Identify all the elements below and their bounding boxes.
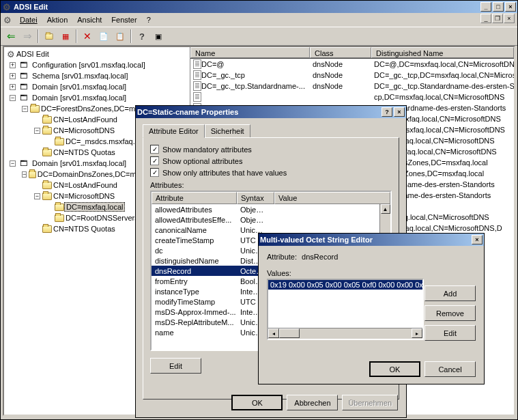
cell-attr: msDS-Approx-Immed-... [152, 308, 237, 316]
properties-button[interactable]: 📄 [96, 29, 111, 44]
help-button[interactable]: ? [382, 107, 392, 117]
attr-row[interactable]: allowedAttributesEffe...Obje… [152, 214, 390, 225]
cell-attr: distinguishedName [152, 257, 237, 265]
remove-button[interactable]: Remove [425, 305, 476, 321]
separator [76, 29, 77, 43]
values-listbox[interactable]: 0x19 0x00 0x05 0x00 0x05 0xf0 0x00 0x00 … [267, 279, 424, 340]
add-button[interactable]: Add [425, 285, 476, 301]
cell-attr: name [152, 328, 237, 337]
delete-button[interactable]: ✕ [80, 29, 95, 44]
maximize-button[interactable]: □ [493, 2, 504, 12]
cell-attr: instanceType [152, 288, 237, 296]
folder-icon [42, 225, 52, 233]
scroll-left-button[interactable]: ◂ [268, 328, 279, 338]
collapse-icon[interactable]: − [34, 193, 40, 199]
menu-ansicht[interactable]: Ansicht [73, 14, 106, 25]
props-titlebar[interactable]: DC=Static-cname Properties ? × [136, 106, 406, 118]
scroll-thumb[interactable] [279, 328, 300, 338]
show-hide-tree-button[interactable]: ▦ [58, 29, 73, 44]
list-row[interactable]: cp,DC=msxfaq.local,CN=MicrosoftDNS [190, 92, 514, 102]
folder-icon [55, 204, 64, 211]
folder-icon [30, 105, 40, 113]
collapse-icon[interactable]: − [34, 128, 40, 134]
menu-bar: ⚙ Datei Aktion Ansicht Fenster ? _ ❐ × [1, 13, 517, 27]
checkbox-icon[interactable] [150, 156, 159, 165]
edit-button[interactable]: Edit [425, 325, 476, 341]
close-button[interactable]: × [394, 107, 405, 117]
menu-fenster[interactable]: Fenster [107, 14, 141, 25]
checkbox-icon[interactable] [150, 168, 159, 177]
close-button[interactable]: × [472, 235, 483, 244]
main-titlebar[interactable]: ⚙ ADSI Edit _ □ × [1, 1, 517, 13]
octet-editor-dialog: Multi-valued Octet String Editor × Attri… [258, 233, 485, 384]
edit-attribute-button[interactable]: Edit [150, 358, 201, 374]
scroll-up-button[interactable]: ▲ [381, 204, 390, 214]
checkbox-icon[interactable] [150, 145, 159, 154]
attribute-name: dnsRecord [302, 253, 338, 261]
col-dn[interactable]: Distinguished Name [371, 47, 514, 58]
close-button[interactable]: × [505, 2, 516, 12]
tab-attribute-editor[interactable]: Attribute Editor [143, 124, 205, 138]
expand-icon[interactable]: + [10, 62, 16, 68]
col-syntax[interactable]: Syntax [237, 192, 274, 204]
cancel-button[interactable]: Abbrechen [287, 395, 338, 410]
col-value[interactable]: Value [274, 192, 390, 204]
check-mandatory[interactable]: Show mandatory attributes [150, 145, 392, 154]
menu-aktion[interactable]: Aktion [43, 14, 72, 25]
refresh-button[interactable]: 📋 [113, 29, 128, 44]
col-class[interactable]: Class [310, 47, 371, 58]
separator [130, 29, 132, 43]
cell-syntax: Obje… [237, 206, 274, 214]
tree-node-configuration[interactable]: +🗔Configuration [srv01.msxfaq.local] [5, 59, 188, 70]
tree-node-domain-1[interactable]: +🗔Domain [srv01.msxfaq.local] [5, 81, 188, 92]
mdi-restore-button[interactable]: ❐ [492, 14, 503, 23]
check-optional[interactable]: Show optional attributes [150, 156, 392, 165]
expand-icon[interactable]: + [10, 73, 16, 79]
tree-node-domain-2[interactable]: −🗔Domain [srv01.msxfaq.local] [5, 92, 188, 103]
help-button[interactable]: ? [134, 29, 149, 44]
collapse-icon[interactable]: − [10, 95, 16, 101]
cell-attr: allowedAttributesEffe... [152, 216, 237, 224]
apply-button[interactable]: Übernehmen [342, 395, 398, 410]
scroll-right-button[interactable]: ▸ [412, 328, 422, 338]
value-item-0[interactable]: 0x19 0x00 0x05 0x00 0x05 0xf0 0x00 0x00 … [268, 280, 422, 290]
cell-class: dnsNode [310, 82, 371, 90]
cell-name: DC=@ [201, 60, 224, 68]
tree-root[interactable]: ⚙ADSI Edit [5, 48, 188, 59]
menu-datei[interactable]: Datei [16, 14, 42, 25]
expand-icon[interactable]: + [10, 84, 16, 90]
mdi-app-icon: ⚙ [3, 16, 12, 25]
back-button[interactable]: ⇐ [3, 29, 18, 44]
collapse-icon[interactable]: − [22, 106, 28, 112]
up-button[interactable] [42, 29, 57, 44]
mdi-minimize-button[interactable]: _ [480, 14, 491, 23]
cell-dn: DC=_gc._tcp,DC=msxfaq.local,CN=Microsoft… [371, 71, 514, 79]
minimize-button[interactable]: _ [480, 2, 491, 12]
cell-name: DC=_gc._tcp.Standardname-... [201, 82, 305, 90]
tree-node-schema[interactable]: +🗔Schema [srv01.msxfaq.local] [5, 70, 188, 81]
col-attribute[interactable]: Attribute [152, 192, 237, 204]
horizontal-scrollbar[interactable]: ◂ ▸ [268, 328, 422, 339]
mdi-close-button[interactable]: × [504, 14, 515, 23]
forward-button[interactable]: ⇒ [20, 29, 35, 44]
cell-attr: dc [152, 247, 237, 255]
check-values-only[interactable]: Show only attributes that have values [150, 168, 392, 177]
folder-icon [42, 193, 52, 200]
ok-button[interactable]: OK [231, 395, 283, 410]
ok-button[interactable]: OK [369, 361, 420, 377]
folder-icon [55, 138, 64, 145]
collapse-icon[interactable]: − [22, 171, 27, 178]
collapse-icon[interactable]: − [10, 160, 16, 167]
list-row[interactable]: DC=_gc._tcp.Standardname-...dnsNodeDC=_g… [190, 81, 514, 92]
col-name[interactable]: Name [190, 47, 310, 58]
tab-sicherheit[interactable]: Sicherheit [205, 124, 250, 138]
attr-row[interactable]: allowedAttributesObje… [152, 204, 390, 214]
octet-titlebar[interactable]: Multi-valued Octet String Editor × [259, 234, 484, 246]
dnsnode-icon [193, 92, 201, 102]
cancel-button[interactable]: Cancel [425, 361, 476, 377]
list-row[interactable]: DC=_gc._tcpdnsNodeDC=_gc._tcp,DC=msxfaq.… [190, 70, 514, 81]
menu-help[interactable]: ? [143, 14, 155, 25]
list-row[interactable]: DC=@dnsNodeDC=@,DC=msxfaq.local,CN=Micro… [190, 59, 514, 70]
cell-dn: DC=@,DC=msxfaq.local,CN=MicrosoftDNS,DC=… [371, 60, 514, 68]
export-list-button[interactable]: ▣ [151, 29, 166, 44]
